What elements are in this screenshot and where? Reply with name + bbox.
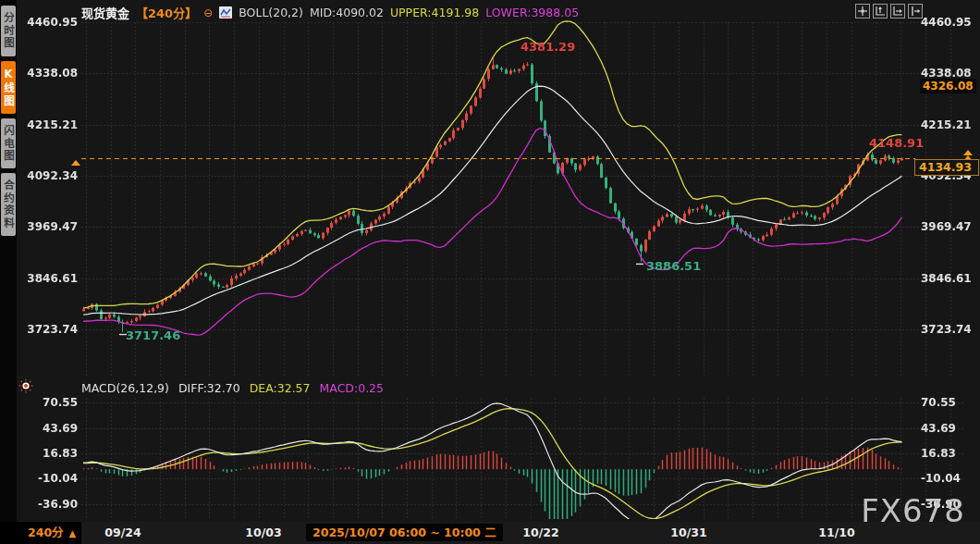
x-axis-label: 10/22 bbox=[522, 525, 558, 539]
macd-dea-value: DEA:32.57 bbox=[250, 381, 311, 395]
x-axis-label: 11/10 bbox=[818, 525, 854, 539]
indicator-label: BOLL(20,2) bbox=[239, 6, 303, 19]
price-annotation: 4148.91 bbox=[869, 136, 924, 150]
period-label: 240分 bbox=[28, 525, 64, 539]
sidebar-item-kline-chart[interactable]: K线图 bbox=[1, 61, 16, 114]
kline-chart-icon bbox=[219, 6, 232, 19]
macd-macd-value: MACD:0.25 bbox=[320, 381, 385, 395]
sidebar-item-tick-chart[interactable]: 闪电图 bbox=[1, 118, 16, 169]
y-axis-label: 3969.47 bbox=[921, 220, 978, 233]
period-selector[interactable]: 240分▲ bbox=[0, 522, 81, 544]
y-axis-label: -10.04 bbox=[921, 472, 978, 485]
price-marker-left-icon bbox=[71, 160, 80, 166]
pan-right-icon[interactable] bbox=[908, 4, 923, 19]
price-annotation: 3717.46 bbox=[126, 328, 180, 342]
watermark: FX678 bbox=[861, 492, 965, 529]
symbol-name: 现货黄金 bbox=[81, 4, 129, 21]
axis-zoom-in-icon[interactable] bbox=[873, 4, 888, 19]
pan-move-icon[interactable] bbox=[855, 4, 870, 19]
axis-zoom-out-icon[interactable] bbox=[890, 4, 905, 19]
live-alert-icon[interactable] bbox=[18, 378, 33, 397]
y-axis-label: 4460.95 bbox=[921, 16, 978, 29]
period-tag[interactable]: 【240分】 bbox=[136, 4, 197, 21]
period-arrow-icon: ▲ bbox=[69, 528, 77, 538]
x-axis-label: 09/24 bbox=[104, 525, 141, 539]
chart-header: 现货黄金 【240分】 ⊖ BOLL(20,2) MID:4090.02 UPP… bbox=[81, 4, 579, 21]
boll-lower-value: LOWER:3988.05 bbox=[485, 6, 579, 19]
time-axis-strip: 240分▲ 2025/10/07 06:00 ~ 10:00 二 09/2410… bbox=[0, 522, 980, 544]
boll-mid-value: MID:4090.02 bbox=[310, 6, 384, 19]
x-axis-label: 10/31 bbox=[670, 525, 706, 539]
sidebar-item-contract-info[interactable]: 合约资料 bbox=[1, 173, 16, 236]
chart-canvas[interactable] bbox=[0, 0, 980, 544]
price-annotation: 3886.51 bbox=[646, 259, 701, 273]
selected-bar-time-range: 2025/10/07 06:00 ~ 10:00 二 bbox=[306, 524, 503, 541]
y-axis-label: 43.69 bbox=[921, 422, 978, 435]
y-axis-label: 16.83 bbox=[921, 447, 978, 460]
sidebar-item-time-chart[interactable]: 分时图 bbox=[1, 6, 16, 56]
y-axis-label: 70.55 bbox=[921, 396, 978, 409]
current-price-box: 4134.93 bbox=[914, 159, 979, 176]
y-axis-label: 4215.21 bbox=[921, 118, 978, 131]
alert-price-label: 4326.08 bbox=[920, 79, 976, 93]
y-axis-label: 3846.61 bbox=[921, 272, 978, 285]
current-price-value: 4134.93 bbox=[919, 160, 972, 174]
boll-upper-value: UPPER:4191.98 bbox=[390, 6, 479, 19]
chart-toolbar bbox=[855, 4, 923, 19]
price-annotation: 4381.29 bbox=[521, 40, 575, 54]
macd-header: MACD(26,12,9) DIFF:32.70 DEA:32.57 MACD:… bbox=[81, 381, 384, 395]
chart-type-sidebar: 分时图K线图闪电图合约资料 bbox=[0, 0, 17, 544]
collapse-icon[interactable]: ⊖ bbox=[203, 6, 213, 19]
y-axis-label: 3723.74 bbox=[921, 323, 978, 336]
trading-chart-window: 分时图K线图闪电图合约资料 现货黄金 【240分】 ⊖ BOLL(20,2) M… bbox=[0, 0, 980, 544]
x-axis-label: 10/03 bbox=[245, 525, 281, 539]
macd-diff-value: DIFF:32.70 bbox=[178, 381, 240, 395]
macd-title: MACD(26,12,9) bbox=[81, 381, 169, 395]
